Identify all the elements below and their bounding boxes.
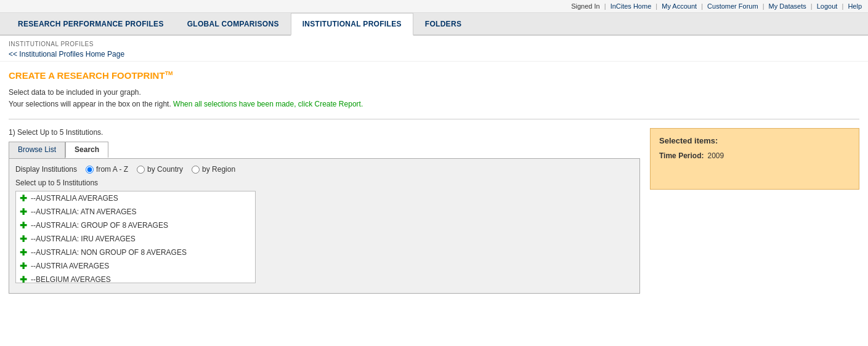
radio-az-text: from A - Z: [96, 165, 128, 174]
right-panel: Selected items: Time Period: 2009: [650, 128, 859, 294]
browse-list-tab[interactable]: Browse List: [9, 142, 65, 158]
institution-name: --AUSTRALIA: NON GROUP OF 8 AVERAGES: [31, 248, 187, 257]
time-period-value: 2009: [707, 151, 724, 160]
add-institution-icon[interactable]: ✚: [20, 247, 27, 257]
sep5: |: [811, 2, 813, 10]
radio-region[interactable]: [192, 166, 200, 174]
institution-name: --AUSTRALIA: IRU AVERAGES: [31, 235, 136, 243]
selected-items-title: Selected items:: [659, 136, 850, 145]
radio-country[interactable]: [137, 166, 145, 174]
display-label: Display Institutions: [15, 165, 77, 174]
institution-name: --BELGIUM AVERAGES: [31, 275, 111, 283]
tab-bar: Browse List Search: [9, 142, 640, 158]
list-item[interactable]: ✚--AUSTRALIA: NON GROUP OF 8 AVERAGES: [16, 246, 255, 259]
panel-box: Display Institutions from A - Z by Count…: [9, 158, 640, 294]
step-section: 1) Select Up to 5 Institutions. Browse L…: [9, 128, 859, 294]
add-institution-icon[interactable]: ✚: [20, 220, 27, 230]
radio-az-label[interactable]: from A - Z: [86, 165, 128, 174]
instruction-line1: Select data to be included in your graph…: [9, 87, 859, 99]
instructions: Select data to be included in your graph…: [9, 87, 859, 110]
signed-in-text: Signed In: [571, 2, 599, 10]
add-institution-icon[interactable]: ✚: [20, 193, 27, 203]
radio-country-label[interactable]: by Country: [137, 165, 183, 174]
instruction-line2: Your selections will appear in the box o…: [9, 99, 859, 110]
breadcrumb-section-label: Institutional Profiles: [9, 41, 859, 47]
add-institution-icon[interactable]: ✚: [20, 234, 27, 244]
list-item[interactable]: ✚--AUSTRALIA: GROUP OF 8 AVERAGES: [16, 219, 255, 232]
list-item[interactable]: ✚--AUSTRALIA AVERAGES: [16, 191, 255, 205]
institution-name: --AUSTRALIA AVERAGES: [31, 194, 118, 203]
institution-name: --AUSTRIA AVERAGES: [31, 262, 109, 270]
institution-name: --AUSTRALIA: ATN AVERAGES: [31, 207, 137, 216]
add-institution-icon[interactable]: ✚: [20, 261, 27, 271]
trademark: TM: [165, 70, 173, 76]
institution-list[interactable]: ✚--AUSTRALIA AVERAGES✚--AUSTRALIA: ATN A…: [15, 191, 256, 283]
add-institution-icon[interactable]: ✚: [20, 275, 27, 283]
instruction-line2-highlight: When all selections have been made, clic…: [173, 100, 363, 108]
radio-region-text: by Region: [202, 165, 235, 174]
main-content: CREATE A RESEARCH FOOTPRINTTM Select dat…: [0, 62, 868, 302]
institution-name: --AUSTRALIA: GROUP OF 8 AVERAGES: [31, 221, 168, 230]
time-period-row: Time Period: 2009: [659, 151, 850, 160]
tab-global-comparisons[interactable]: Global Comparisons: [176, 13, 291, 34]
sep2: |: [655, 2, 657, 10]
tab-folders[interactable]: Folders: [413, 13, 473, 34]
add-institution-icon[interactable]: ✚: [20, 207, 27, 217]
list-item[interactable]: ✚--AUSTRALIA: IRU AVERAGES: [16, 232, 255, 246]
my-account-link[interactable]: My Account: [662, 2, 697, 10]
display-institutions-row: Display Institutions from A - Z by Count…: [15, 165, 633, 174]
divider: [9, 119, 859, 119]
selected-box: Selected items: Time Period: 2009: [650, 128, 859, 190]
step-label: 1) Select Up to 5 Institutions.: [9, 128, 640, 137]
select-label: Select up to 5 Institutions: [15, 179, 633, 187]
sep6: |: [842, 2, 843, 10]
nav-tabs: Research Performance Profiles Global Com…: [0, 13, 868, 36]
top-bar: Signed In | InCites Home | My Account | …: [0, 0, 868, 13]
sep4: |: [763, 2, 765, 10]
tab-institutional-profiles[interactable]: Institutional Profiles: [291, 13, 413, 36]
tab-research-performance[interactable]: Research Performance Profiles: [6, 13, 176, 34]
help-link[interactable]: Help: [848, 2, 862, 10]
customer-forum-link[interactable]: Customer Forum: [707, 2, 758, 10]
search-tab[interactable]: Search: [65, 142, 108, 158]
radio-az[interactable]: [86, 166, 94, 174]
my-datasets-link[interactable]: My Datasets: [769, 2, 806, 10]
radio-region-label[interactable]: by Region: [192, 165, 235, 174]
left-panel: 1) Select Up to 5 Institutions. Browse L…: [9, 128, 640, 294]
radio-country-text: by Country: [147, 165, 183, 174]
incites-home-link[interactable]: InCites Home: [610, 2, 652, 10]
sep1: |: [604, 2, 606, 10]
list-item[interactable]: ✚--BELGIUM AVERAGES: [16, 273, 255, 283]
logout-link[interactable]: Logout: [817, 2, 838, 10]
instruction-line2-start: Your selections will appear in the box o…: [9, 100, 171, 108]
breadcrumb-area: Institutional Profiles << Institutional …: [0, 36, 868, 62]
time-period-label: Time Period:: [659, 151, 704, 160]
sep3: |: [701, 2, 703, 10]
breadcrumb-home-link[interactable]: << Institutional Profiles Home Page: [9, 50, 124, 58]
list-item[interactable]: ✚--AUSTRIA AVERAGES: [16, 259, 255, 273]
list-item[interactable]: ✚--AUSTRALIA: ATN AVERAGES: [16, 205, 255, 219]
page-title: CREATE A RESEARCH FOOTPRINTTM: [9, 70, 859, 81]
